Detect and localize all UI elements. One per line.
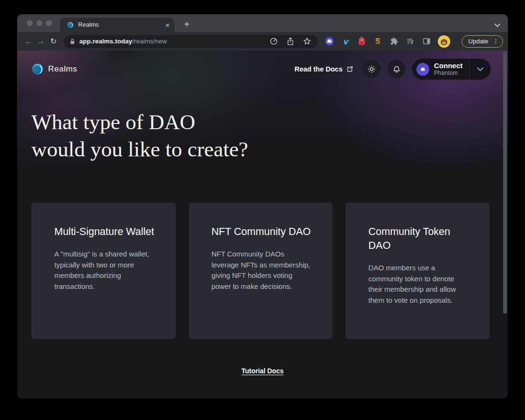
extensions-puzzle-icon[interactable] bbox=[389, 37, 399, 46]
tab-search-chevron-icon[interactable] bbox=[495, 23, 500, 27]
connect-wallet-name: Phantom bbox=[434, 70, 463, 76]
minimize-window-button[interactable] bbox=[36, 20, 42, 26]
card-multisig-wallet[interactable]: Multi-Signature Wallet A "multisig" is a… bbox=[31, 203, 176, 339]
notification-bell-icon bbox=[392, 65, 401, 74]
theme-sun-icon bbox=[367, 65, 376, 73]
forward-button[interactable]: → bbox=[35, 37, 48, 46]
solflare-icon[interactable]: S bbox=[373, 37, 383, 46]
backpack-icon[interactable] bbox=[357, 37, 366, 46]
header-actions: Read the Docs bbox=[294, 59, 491, 80]
realms-favicon bbox=[67, 21, 74, 29]
card-description: NFT Community DAOs leverage NFTs as memb… bbox=[212, 249, 312, 292]
card-nft-community-dao[interactable]: NFT Community DAO NFT Community DAOs lev… bbox=[189, 203, 333, 339]
extensions-row: v S Update ⋮ bbox=[324, 35, 503, 48]
zoom-window-button[interactable] bbox=[46, 20, 52, 26]
theme-toggle-button[interactable] bbox=[363, 60, 381, 78]
realms-brand[interactable]: Realms bbox=[31, 63, 77, 75]
url-text: app.realms.today/realms/new bbox=[80, 38, 167, 45]
card-description: A "multisig" is a shared wallet, typical… bbox=[54, 249, 155, 292]
site-header: Realms Read the Docs bbox=[17, 51, 508, 80]
external-link-icon bbox=[346, 66, 353, 72]
browser-tab[interactable]: Realms × bbox=[60, 18, 174, 32]
brand-name: Realms bbox=[48, 64, 77, 74]
browser-menu-kebab-icon[interactable]: ⋮ bbox=[493, 38, 499, 45]
card-title: Multi-Signature Wallet bbox=[54, 225, 154, 239]
share-icon[interactable] bbox=[287, 37, 294, 45]
card-title: Community Token DAO bbox=[368, 225, 468, 253]
card-community-token-dao[interactable]: Community Token DAO DAO members use a co… bbox=[345, 203, 490, 339]
card-description: DAO members use a community token to den… bbox=[368, 263, 469, 306]
gauge-icon[interactable] bbox=[270, 37, 278, 45]
url-path: /realms/new bbox=[132, 38, 167, 45]
reload-button[interactable]: ↻ bbox=[47, 37, 60, 46]
realms-page: Realms Read the Docs bbox=[17, 51, 508, 399]
page-title-line1: What type of DAO bbox=[31, 109, 508, 136]
address-bar-actions bbox=[270, 37, 311, 45]
lock-icon[interactable] bbox=[70, 38, 75, 45]
page-title-line2: would you like to create? bbox=[31, 136, 508, 163]
read-docs-label: Read the Docs bbox=[294, 65, 343, 73]
back-button[interactable]: ← bbox=[22, 37, 35, 46]
new-tab-button[interactable]: + bbox=[181, 19, 192, 30]
profile-avatar[interactable] bbox=[438, 35, 450, 48]
browser-window: Realms × + ← → ↻ app.realms.today/realms… bbox=[17, 14, 508, 399]
side-panel-icon[interactable] bbox=[422, 37, 431, 46]
phantom-icon[interactable] bbox=[324, 37, 334, 46]
read-docs-link[interactable]: Read the Docs bbox=[294, 65, 353, 73]
update-label: Update bbox=[468, 38, 488, 45]
browser-toolbar: ← → ↻ app.realms.today/realms/new bbox=[17, 32, 508, 51]
connect-wallet-split-button: Connect Phantom bbox=[412, 59, 491, 80]
dao-type-cards: Multi-Signature Wallet A "multisig" is a… bbox=[17, 203, 508, 339]
tab-close-icon[interactable]: × bbox=[165, 21, 170, 29]
footer: Tutorial Docs bbox=[17, 367, 508, 375]
traffic-lights bbox=[27, 20, 52, 26]
tutorial-docs-link[interactable]: Tutorial Docs bbox=[242, 367, 283, 375]
page-title: What type of DAO would you like to creat… bbox=[31, 109, 508, 163]
phantom-wallet-icon bbox=[416, 63, 429, 76]
vimeo-icon[interactable]: v bbox=[341, 37, 350, 46]
update-button[interactable]: Update ⋮ bbox=[462, 35, 503, 48]
realms-logo bbox=[31, 63, 44, 75]
connect-wallet-button[interactable]: Connect Phantom bbox=[412, 61, 469, 77]
bookmark-star-icon[interactable] bbox=[303, 37, 311, 45]
address-bar[interactable]: app.realms.today/realms/new bbox=[64, 35, 318, 48]
card-title: NFT Community DAO bbox=[212, 225, 312, 239]
url-host: app.realms.today bbox=[80, 38, 132, 45]
wallet-picker-chevron[interactable] bbox=[470, 67, 491, 72]
media-controls-icon[interactable] bbox=[405, 37, 415, 46]
notifications-button[interactable] bbox=[387, 60, 405, 78]
page-scrollbar-thumb[interactable] bbox=[503, 51, 507, 314]
connect-label: Connect bbox=[434, 61, 463, 70]
tab-strip: Realms × + bbox=[17, 14, 508, 32]
tab-title: Realms bbox=[78, 21, 161, 28]
close-window-button[interactable] bbox=[27, 20, 33, 26]
